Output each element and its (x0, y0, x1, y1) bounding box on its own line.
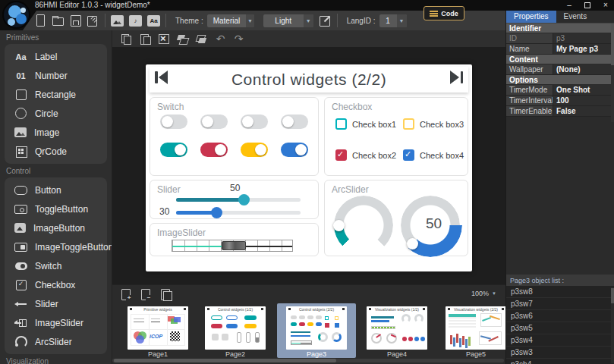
sidebar-item-imageslider[interactable]: ImageSlider (5, 313, 107, 332)
sidebar-item-arcslider[interactable]: ArcSlider (5, 332, 107, 351)
sidebar-item-imagebutton[interactable]: ImageButton (5, 218, 107, 237)
switch-on-blue[interactable] (281, 143, 308, 157)
page-thumbnail-1[interactable]: Primitive widgets iCOP (128, 306, 188, 350)
sidebar-item-switch[interactable]: Switch (5, 256, 107, 275)
copy-page-icon[interactable] (159, 289, 172, 301)
checkbox-3[interactable]: Check box3 (403, 118, 464, 130)
next-page-icon[interactable] (449, 71, 463, 84)
object-list-item[interactable]: p3sw4 (506, 334, 614, 347)
arcslider-2[interactable]: 50 (401, 196, 460, 255)
edit-theme-icon[interactable] (318, 14, 332, 27)
maximize-button[interactable] (582, 1, 593, 10)
redo-icon[interactable]: ↷ (233, 33, 244, 45)
sidebar-item-image[interactable]: Image (5, 123, 107, 142)
imageslider-widget[interactable] (172, 240, 293, 252)
object-list-item[interactable]: p3sw5 (506, 322, 614, 334)
save-as-icon[interactable] (86, 14, 99, 27)
design-canvas[interactable]: Control widgets (2/2) Switch (112, 47, 505, 284)
sidebar-item-label[interactable]: AaLabel (5, 47, 107, 66)
thumb-art (170, 331, 180, 341)
arcslider-2-knob[interactable] (407, 238, 418, 249)
slider2-track[interactable] (176, 211, 301, 215)
group-identifier[interactable]: Identifier (506, 24, 612, 33)
slider1-track[interactable] (176, 198, 301, 202)
page-thumbnail-label[interactable]: Page2 (205, 350, 266, 358)
sidebar-item-qrcode[interactable]: QrCode (5, 142, 107, 161)
object-list-item[interactable]: p3sw6 (506, 310, 614, 322)
save-icon[interactable] (68, 14, 82, 27)
slider2-thumb[interactable] (211, 207, 222, 218)
switch-on-yellow[interactable] (241, 143, 268, 157)
sidebar-item-circle[interactable]: Circle (5, 104, 107, 123)
object-list-item[interactable]: p3sw8 (506, 286, 614, 298)
theme-select[interactable]: Material ▼ (207, 14, 254, 27)
page-thumbnail-5[interactable]: Visualization widgets (2/2) (446, 306, 506, 350)
horizontal-scrollbar[interactable] (112, 359, 504, 362)
qrcode-icon (14, 145, 27, 158)
paste-icon[interactable] (139, 33, 151, 45)
group-content[interactable]: Content (506, 55, 612, 64)
delete-icon[interactable] (158, 33, 170, 45)
sidebar-item-checkbox[interactable]: Checkbox (5, 275, 107, 294)
page-thumbnail-label[interactable]: Page4 (367, 350, 427, 358)
thumb-art (291, 315, 297, 319)
arcslider-1[interactable] (334, 196, 393, 255)
imageslider-handle[interactable] (222, 241, 246, 250)
page-thumbnail-4[interactable]: Visualization widgets (1/2) (367, 306, 427, 350)
code-button[interactable]: Code (424, 6, 464, 20)
add-page-icon[interactable]: + (120, 289, 132, 301)
page-thumbnail-label[interactable]: Page1 (128, 350, 188, 358)
image-manager-icon[interactable] (111, 15, 124, 27)
switch-icon (14, 259, 27, 272)
sidebar-item-slider[interactable]: Slider (5, 294, 107, 313)
check-icon: ✓ (405, 149, 411, 159)
page-thumbnail-label-selected[interactable]: Page3 (286, 350, 347, 358)
sidebar-item-togglebutton[interactable]: ToggleButton (5, 199, 107, 218)
page-thumbnail-2[interactable]: Control widgets (1/2) (205, 306, 266, 350)
checkbox-4[interactable]: ✓ Check box4 (403, 149, 464, 161)
page-thumbnail-label[interactable]: Page5 (446, 350, 506, 358)
sidebar-item-rectangle[interactable]: Rectangle (5, 85, 107, 104)
sidebar-item-number[interactable]: 01Number (5, 66, 107, 85)
remove-page-icon[interactable]: − (140, 289, 152, 301)
switch-on-red[interactable] (200, 143, 228, 157)
object-list-title: Page3 object list : (506, 275, 614, 286)
switch-off[interactable] (200, 115, 228, 129)
close-button[interactable]: × (600, 1, 611, 10)
scrollbar-thumb[interactable] (114, 359, 336, 362)
style-select[interactable]: Light ▼ (263, 14, 313, 27)
sidebar-item-button[interactable]: Button (5, 180, 107, 199)
group-options[interactable]: Options (506, 75, 612, 85)
font-manager-icon[interactable]: Aa (147, 15, 160, 27)
scrollbar-thumb[interactable] (611, 288, 614, 303)
page-thumbnail-3-selected[interactable]: Control widgets (2/2) (286, 306, 347, 350)
sidebar-item-imagetogglebutton[interactable]: ImageToggleButton (5, 237, 107, 256)
tab-properties[interactable]: Properties (506, 11, 556, 23)
switch-off[interactable] (241, 115, 268, 129)
object-list-scrollbar[interactable] (611, 287, 614, 363)
scrollbar-thumb[interactable] (611, 24, 614, 65)
minimize-button[interactable]: – (564, 1, 575, 10)
slider1-thumb[interactable] (238, 194, 250, 206)
object-list-item[interactable]: p3cb4 (506, 359, 614, 364)
copy-icon[interactable] (120, 33, 132, 45)
music-manager-icon[interactable]: ♪ (129, 15, 142, 27)
zoom-select[interactable]: 100% ▼ (471, 290, 496, 297)
open-file-icon[interactable] (51, 14, 65, 27)
checkbox-2[interactable]: ✓ Check box2 (335, 149, 396, 161)
properties-scrollbar[interactable] (611, 24, 614, 122)
switch-off[interactable] (281, 115, 308, 129)
switch-on-teal[interactable] (160, 143, 187, 157)
tab-events[interactable]: Events (556, 11, 595, 23)
checkbox-1[interactable]: Check box1 (335, 118, 396, 130)
object-list-item[interactable]: p3sw7 (506, 298, 614, 310)
new-file-icon[interactable] (33, 14, 47, 27)
arcslider-1-knob[interactable] (333, 220, 345, 231)
prev-page-icon[interactable] (155, 71, 168, 84)
bring-to-front-icon[interactable] (177, 33, 189, 45)
object-list-item[interactable]: p3sw3 (506, 347, 614, 359)
undo-icon[interactable]: ↶ (215, 33, 226, 45)
switch-off[interactable] (160, 115, 187, 129)
send-to-back-icon[interactable] (196, 33, 208, 45)
langid-select[interactable]: 1 ▼ (379, 14, 407, 27)
